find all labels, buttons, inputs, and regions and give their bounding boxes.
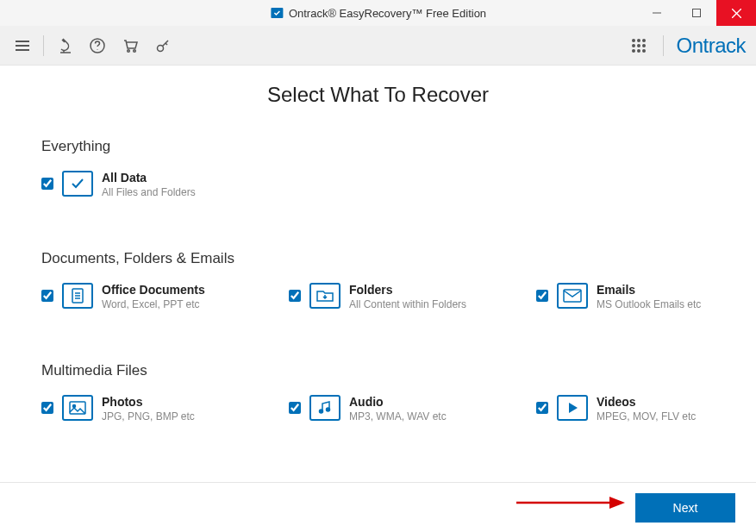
toolbar: Ontrack <box>0 26 756 66</box>
option-subtitle: MS Outlook Emails etc <box>597 298 701 310</box>
svg-point-28 <box>320 410 323 413</box>
option-folders[interactable]: Folders All Content within Folders <box>289 283 467 310</box>
option-title: Photos <box>102 395 195 409</box>
close-button[interactable] <box>716 0 756 26</box>
option-title: Audio <box>349 395 447 409</box>
svg-point-16 <box>637 44 640 47</box>
svg-point-10 <box>134 49 136 52</box>
next-button[interactable]: Next <box>635 493 735 523</box>
checkbox-audio[interactable] <box>289 402 301 414</box>
checkmark-icon <box>62 171 93 197</box>
option-subtitle: JPG, PNG, BMP etc <box>102 410 195 422</box>
option-title: Emails <box>597 283 701 297</box>
option-audio[interactable]: Audio MP3, WMA, WAV etc <box>289 395 467 422</box>
svg-point-14 <box>642 39 646 42</box>
svg-rect-25 <box>564 290 581 302</box>
maximize-button[interactable] <box>677 0 716 26</box>
microscope-icon[interactable] <box>53 34 77 58</box>
option-subtitle: All Files and Folders <box>102 186 196 198</box>
svg-rect-2 <box>693 9 701 17</box>
key-icon[interactable] <box>151 34 175 58</box>
minimize-button[interactable] <box>637 0 677 26</box>
option-all-data[interactable]: All Data All Files and Folders <box>41 171 248 198</box>
svg-point-13 <box>637 39 640 42</box>
cart-icon[interactable] <box>118 34 142 58</box>
svg-point-9 <box>128 49 130 52</box>
option-title: Videos <box>597 395 696 409</box>
option-title: Office Documents <box>102 283 205 297</box>
play-icon <box>557 395 588 421</box>
checkbox-videos[interactable] <box>536 402 548 414</box>
option-emails[interactable]: Emails MS Outlook Emails etc <box>536 283 715 310</box>
apps-grid-icon[interactable] <box>627 34 651 58</box>
option-office-documents[interactable]: Office Documents Word, Excel, PPT etc <box>41 283 220 310</box>
checkbox-emails[interactable] <box>536 290 548 302</box>
menu-icon[interactable] <box>10 34 34 58</box>
checkbox-office[interactable] <box>41 290 53 302</box>
svg-point-15 <box>632 44 635 47</box>
separator <box>663 35 664 56</box>
footer: Next <box>0 482 756 532</box>
option-subtitle: MPEG, MOV, FLV etc <box>597 410 696 422</box>
section-everything: Everything All Data All Files and Folder… <box>41 138 715 198</box>
brand-logo: Ontrack <box>676 34 746 58</box>
document-icon <box>62 283 93 309</box>
content-area: Select What To Recover Everything All Da… <box>0 66 756 422</box>
section-title-docs: Documents, Folders & Emails <box>41 250 715 267</box>
svg-point-19 <box>637 49 640 53</box>
app-icon <box>270 6 284 20</box>
svg-point-20 <box>642 49 646 53</box>
option-videos[interactable]: Videos MPEG, MOV, FLV etc <box>536 395 715 422</box>
svg-point-18 <box>632 49 635 53</box>
envelope-icon <box>557 283 588 309</box>
checkbox-folders[interactable] <box>289 290 301 302</box>
svg-point-17 <box>642 44 646 47</box>
checkbox-all-data[interactable] <box>41 178 53 190</box>
titlebar: Ontrack® EasyRecovery™ Free Edition <box>0 0 756 26</box>
option-subtitle: All Content within Folders <box>349 298 466 310</box>
folder-download-icon <box>309 283 341 309</box>
svg-point-11 <box>158 45 164 51</box>
option-subtitle: Word, Excel, PPT etc <box>102 298 205 310</box>
checkbox-photos[interactable] <box>41 402 53 414</box>
option-subtitle: MP3, WMA, WAV etc <box>349 410 447 422</box>
option-photos[interactable]: Photos JPG, PNG, BMP etc <box>41 395 220 422</box>
option-title: All Data <box>102 171 196 185</box>
page-title: Select What To Recover <box>41 83 715 107</box>
music-note-icon <box>309 395 341 421</box>
section-docs: Documents, Folders & Emails Office Docum… <box>41 250 715 310</box>
separator <box>43 35 44 56</box>
section-title-everything: Everything <box>41 138 715 155</box>
section-media: Multimedia Files Photos JPG, PNG, BMP et… <box>41 362 715 422</box>
section-title-media: Multimedia Files <box>41 362 715 379</box>
help-icon[interactable] <box>85 34 109 58</box>
window-title: Ontrack® EasyRecovery™ Free Edition <box>289 7 486 20</box>
svg-point-12 <box>632 39 635 42</box>
photo-icon <box>62 395 93 421</box>
svg-point-29 <box>327 408 330 411</box>
option-title: Folders <box>349 283 466 297</box>
